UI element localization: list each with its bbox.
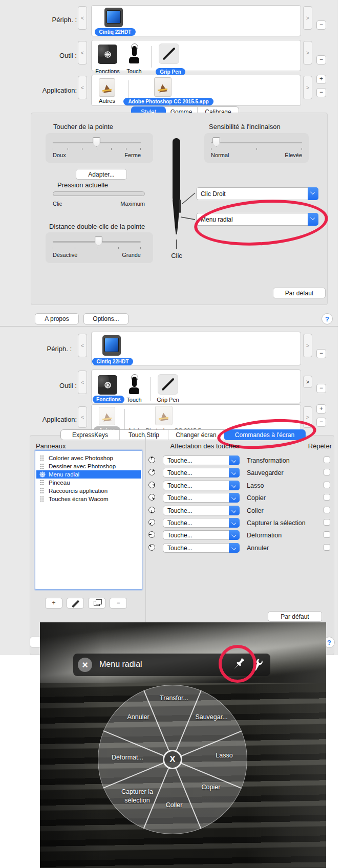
tool-next-button[interactable]: > [303,41,312,64]
touch-icon[interactable] [126,375,142,395]
add-panel-button[interactable]: + [45,598,62,609]
repeat-checkbox[interactable] [324,507,330,513]
device-next-button[interactable]: > [303,334,312,357]
tilt-max-label: Élevée [279,152,302,158]
pressure-meter [53,191,145,196]
cintiq-display-icon[interactable] [102,335,121,356]
repeat-checkbox[interactable] [324,457,330,463]
tool-remove-button[interactable]: − [316,55,326,64]
app-row-label: Application: [15,86,77,94]
double-click-min-label: Désactivé [53,252,77,258]
cintiq-display-icon[interactable] [104,8,123,27]
tab-expresskeys[interactable]: ExpressKeys [61,430,120,440]
device-remove-button[interactable]: − [316,349,326,358]
repeat-checkbox[interactable] [324,531,330,538]
tilt-slider-track[interactable] [211,142,302,143]
key-dropdown[interactable]: Touche... [163,481,240,490]
app-prev-button[interactable]: < [78,406,87,428]
tab-changer-ecran[interactable]: Changer écran [168,430,224,440]
device-next-button[interactable]: > [303,6,312,30]
device-prev-button[interactable]: < [78,334,87,357]
tool-next-button[interactable]: > [303,376,312,388]
edit-panel-button[interactable] [67,598,84,609]
repeat-checkbox[interactable] [324,482,330,488]
device-prev-button[interactable]: < [78,6,87,30]
app-add-button[interactable]: + [316,404,326,414]
default-button[interactable]: Par défaut [273,288,326,298]
app-remove-button[interactable]: − [316,418,326,427]
key-dropdown[interactable]: Touche... [163,506,240,515]
radial-segment-annuler[interactable]: Annuler [127,713,149,722]
radial-segment-capturer[interactable]: Capturer la sélection [121,788,154,805]
direction-icon-haut-gauche [148,544,155,551]
key-dropdown[interactable]: Touche... [163,518,240,528]
repeat-checkbox[interactable] [324,519,330,526]
help-button[interactable]: ? [322,313,333,324]
other-apps-icon[interactable] [99,78,115,97]
list-item[interactable]: Pinceau [36,479,141,487]
list-item[interactable]: Raccourcis application [36,487,141,495]
tool-remove-button[interactable]: − [316,384,326,393]
other-apps-icon[interactable] [99,407,115,425]
radial-segment-copier[interactable]: Copier [202,783,221,792]
list-item[interactable]: Dessiner avec Photoshop [36,462,141,470]
radial-segment-deformation[interactable]: Déformat... [112,753,143,762]
key-dropdown[interactable]: Touche... [163,493,240,503]
app-add-button[interactable]: + [316,75,326,84]
panels-list: Colorier avec Photoshop Dessiner avec Ph… [35,450,142,590]
repeat-checkbox[interactable] [324,544,330,551]
upper-switch-dropdown[interactable]: Clic Droit [196,187,318,200]
tab-touch-strip[interactable]: Touch Strip [120,430,168,440]
assignment-title: Affectation des touches [159,442,251,450]
key-dropdown[interactable]: Touche... [163,530,240,540]
radial-segment-sauvegarder[interactable]: Sauvegar... [195,713,227,722]
remove-panel-button[interactable]: − [110,598,127,609]
wacom-preferences-composite: Périph. : < Cintiq 22HDT > − Outil : < F… [0,0,364,868]
list-item[interactable]: Colorier avec Photoshop [36,454,141,462]
app-prev-button[interactable]: < [78,76,87,99]
app-remove-button[interactable]: − [316,88,326,97]
device-name-pill[interactable]: Cintiq 22HDT [92,358,133,365]
touch-label: Touch [119,68,149,74]
tool-prev-button[interactable]: < [78,41,87,64]
about-button[interactable]: A propos [35,313,79,324]
action-label: Coller [247,507,264,514]
close-icon[interactable]: × [78,658,92,672]
default-button[interactable]: Par défaut [268,611,322,622]
duplicate-panel-button[interactable] [88,598,105,609]
direction-icon-haut-droite [148,469,155,475]
chevron-down-icon [229,506,240,515]
key-dropdown[interactable]: Touche... [163,543,240,553]
grip-pen-icon[interactable] [158,374,178,395]
radial-menu-close-center[interactable]: X [163,750,182,769]
panels-list-title: Panneaux [36,442,66,450]
grip-pen-icon[interactable] [159,44,179,64]
functions-icon[interactable] [98,45,117,64]
tip-feel-min-label: Doux [53,152,66,158]
touch-icon[interactable] [126,45,142,64]
repeat-checkbox[interactable] [324,469,330,475]
device-remove-button[interactable]: − [316,20,326,30]
list-item-selected[interactable]: Menu radial [36,470,141,479]
photoshop-icon[interactable] [154,77,172,97]
radial-segment-coller[interactable]: Coller [166,801,183,810]
key-dropdown[interactable]: Touche... [163,468,240,478]
tool-prev-button[interactable]: < [78,371,87,394]
action-label: Lasso [247,482,264,489]
list-item[interactable]: Touches écran Wacom [36,495,141,503]
chevron-down-icon [308,187,318,200]
photoshop-pill[interactable]: Adobe Photoshop CC 2015.5.app [123,98,213,105]
repeat-checkbox[interactable] [324,494,330,501]
key-dropdown[interactable]: Touche... [163,455,240,465]
radial-segment-transformation[interactable]: Transfor... [160,694,188,703]
functions-icon[interactable] [98,375,117,395]
adapt-button[interactable]: Adapter... [76,169,127,180]
device-name-pill[interactable]: Cintiq 22HDT [95,28,136,36]
tip-feel-ticks [53,148,141,150]
photoshop-icon[interactable] [155,406,173,425]
radial-segment-lasso[interactable]: Lasso [216,751,232,760]
options-button[interactable]: Options... [83,313,129,324]
tilt-min-label: Normal [211,152,229,158]
app-next-button[interactable]: > [303,76,312,99]
chevron-down-icon [229,543,240,553]
